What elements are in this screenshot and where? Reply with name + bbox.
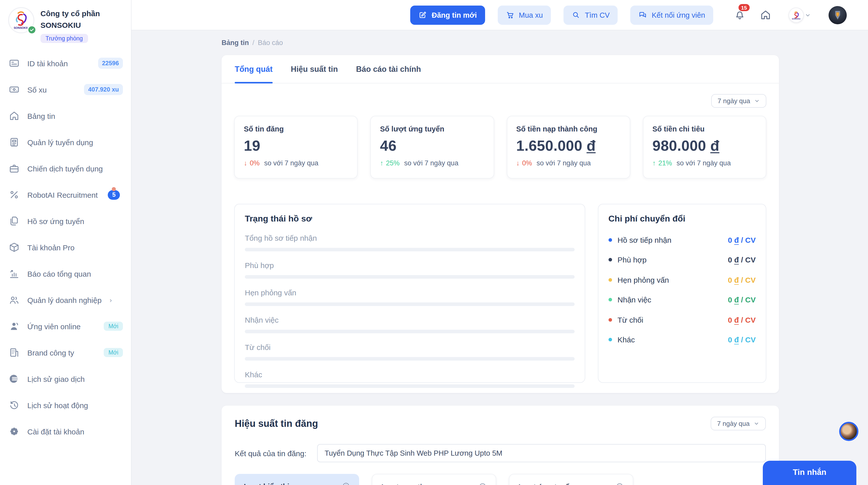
verified-check-icon bbox=[27, 25, 36, 34]
delta-percent: 0% bbox=[522, 159, 532, 167]
delta-percent: 25% bbox=[386, 159, 400, 167]
sidebar-item-ho-so-ung-tuyen[interactable]: Hồ sơ ứng tuyển bbox=[8, 208, 123, 234]
cost-row: Nhận việc 0 đ / CV bbox=[609, 295, 756, 304]
performance-title: Hiệu suất tin đăng bbox=[235, 418, 318, 429]
panel-title: Chi phí chuyển đổi bbox=[609, 214, 756, 224]
stat-card-so-tien-chi-tieu: Số tiền chi tiêu 980.000 đ ↑ 21% so với … bbox=[643, 116, 767, 179]
cost-value: 0 đ / CV bbox=[728, 295, 756, 304]
sidebar-item-quan-ly-tuyen-dung[interactable]: Quản lý tuyển dụng bbox=[8, 129, 123, 155]
sidebar-item-bao-cao-tong-quan[interactable]: Báo cáo tổng quan bbox=[8, 260, 123, 287]
progress-bar bbox=[245, 302, 575, 306]
metric-card-luot-hien-thi[interactable]: Lượt hiển thị bbox=[235, 474, 359, 485]
post-new-job-button[interactable]: Đăng tin mới bbox=[410, 5, 485, 25]
sidebar-item-chien-dich-tuyen-dung[interactable]: Chiến dịch tuyển dụng bbox=[8, 155, 123, 182]
sidebar-item-cai-dat-tai-khoan[interactable]: Cài đặt tài khoản bbox=[8, 418, 123, 445]
stat-card-so-tien-nap: Số tiền nạp thành công 1.650.000 đ ↓ 0% … bbox=[506, 116, 630, 179]
profile-status-panel: Trạng thái hồ sơ Tổng hồ sơ tiếp nhận Ph… bbox=[234, 204, 585, 383]
role-badge: Trưởng phòng bbox=[40, 34, 88, 43]
notifications-button[interactable]: 15 bbox=[733, 8, 746, 22]
support-agent-avatar[interactable] bbox=[839, 422, 858, 441]
performance-period-select[interactable]: 7 ngày qua bbox=[710, 417, 766, 430]
coin-balance-badge: 407.920 xu bbox=[84, 84, 123, 95]
sidebar-item-so-xu[interactable]: Số xu 407.920 xu bbox=[8, 76, 123, 103]
activity-history-icon bbox=[8, 399, 20, 411]
metrics-row: Lượt hiển thị Lượt xem tin Lượt ứng tuyể… bbox=[235, 474, 766, 485]
status-dot bbox=[609, 258, 612, 261]
tab-tong-quat[interactable]: Tổng quát bbox=[235, 55, 273, 83]
building-icon bbox=[8, 347, 20, 359]
buy-coins-button[interactable]: Mua xu bbox=[497, 5, 551, 25]
sidebar-item-lich-su-giao-dich[interactable]: Lịch sử giao dịch bbox=[8, 366, 123, 392]
sidebar-item-lich-su-hoat-dong[interactable]: Lịch sử hoạt động bbox=[8, 392, 123, 418]
percent-icon bbox=[8, 189, 20, 201]
new-badge: Mới bbox=[104, 348, 123, 357]
cost-row: Khác 0 đ / CV bbox=[609, 335, 756, 344]
home-button[interactable] bbox=[759, 8, 772, 22]
messages-button[interactable]: Tin nhắn bbox=[763, 461, 856, 485]
tab-bao-cao-tai-chinh[interactable]: Báo cáo tài chính bbox=[356, 55, 421, 83]
arrow-up-icon: ↑ bbox=[380, 159, 384, 167]
chevron-down-icon bbox=[754, 421, 759, 426]
cost-value: 0 đ / CV bbox=[728, 235, 756, 244]
find-cv-button[interactable]: Tìm CV bbox=[563, 5, 618, 25]
info-icon[interactable] bbox=[616, 482, 624, 485]
status-row: Tổng hồ sơ tiếp nhận bbox=[245, 234, 575, 251]
conversion-cost-panel: Chi phí chuyển đổi Hồ sơ tiếp nhận 0 đ /… bbox=[598, 204, 766, 383]
sidebar-item-bang-tin[interactable]: Bảng tin bbox=[8, 103, 123, 129]
chevron-down-icon bbox=[754, 98, 760, 104]
breadcrumb: Bảng tin / Báo cáo bbox=[222, 37, 779, 47]
metric-card-luot-ung-tuyen[interactable]: Lượt ứng tuyển bbox=[509, 474, 633, 485]
notification-dot bbox=[112, 187, 116, 191]
status-row: Khác bbox=[245, 370, 575, 388]
sidebar-item-ung-vien-online[interactable]: Ứng viên online Mới bbox=[8, 313, 123, 340]
search-icon bbox=[571, 11, 580, 19]
briefcase-icon bbox=[8, 162, 20, 174]
bar-chart-icon bbox=[8, 267, 20, 280]
new-badge: Mới bbox=[104, 322, 123, 331]
delta-compare-text: so với 7 ngày qua bbox=[264, 159, 318, 167]
pencil-square-icon bbox=[418, 11, 427, 19]
rank-emblem-icon bbox=[832, 9, 843, 21]
overview-period-select[interactable]: 7 ngày qua bbox=[711, 94, 766, 108]
report-tabs: Tổng quát Hiệu suất tin Báo cáo tài chín… bbox=[222, 55, 779, 84]
sidebar-item-id-tai-khoan[interactable]: ID tài khoản 22596 bbox=[8, 50, 123, 76]
documents-icon bbox=[8, 215, 20, 227]
breadcrumb-parent[interactable]: Bảng tin bbox=[222, 39, 249, 46]
dong-currency: đ bbox=[710, 137, 719, 154]
delta-compare-text: so với 7 ngày qua bbox=[404, 159, 458, 167]
status-row: Nhận việc bbox=[245, 316, 575, 333]
sidebar-item-quan-ly-doanh-nghiep[interactable]: Quản lý doanh nghiệp › bbox=[8, 287, 123, 313]
progress-bar bbox=[245, 275, 575, 279]
progress-bar bbox=[245, 248, 575, 251]
user-rank-avatar[interactable] bbox=[829, 6, 847, 24]
metric-card-luot-xem-tin[interactable]: Lượt xem tin bbox=[372, 474, 496, 485]
gear-icon bbox=[8, 425, 20, 438]
account-id-badge: 22596 bbox=[98, 58, 123, 69]
sidebar-item-robotai-recruitment[interactable]: RobotAI Recruitment 5 bbox=[8, 182, 123, 208]
job-post-select[interactable] bbox=[317, 444, 766, 462]
sidebar-item-tai-khoan-pro[interactable]: Tài khoản Pro bbox=[8, 234, 123, 260]
arrow-up-icon: ↑ bbox=[653, 159, 656, 167]
overview-body: 7 ngày qua Số tin đăng 19 ↓ 0% so với 7 … bbox=[222, 84, 779, 393]
package-icon bbox=[8, 241, 20, 253]
clipboard-icon bbox=[8, 136, 20, 148]
sidebar: SONSOKIU Công ty cổ phần SONSOKIU Trưởng… bbox=[0, 0, 131, 485]
progress-bar bbox=[245, 357, 575, 361]
company-name-line2: SONSOKIU bbox=[40, 19, 100, 30]
progress-bar bbox=[245, 330, 575, 333]
info-icon[interactable] bbox=[342, 482, 350, 485]
cart-icon bbox=[505, 11, 514, 19]
account-switcher[interactable]: SONSOKIU bbox=[784, 7, 811, 23]
sidebar-item-brand-cong-ty[interactable]: Brand công ty Mới bbox=[8, 340, 123, 366]
overview-card: Tổng quát Hiệu suất tin Báo cáo tài chín… bbox=[222, 55, 779, 393]
cost-value: 0 đ / CV bbox=[728, 276, 756, 284]
connect-candidates-button[interactable]: Kết nối ứng viên bbox=[630, 5, 713, 25]
user-icon bbox=[8, 320, 20, 332]
status-dot bbox=[609, 338, 612, 342]
status-row: Phù hợp bbox=[245, 261, 575, 279]
info-icon[interactable] bbox=[478, 482, 487, 485]
chat-bubbles-icon bbox=[639, 11, 647, 19]
company-info: Công ty cổ phần SONSOKIU Trưởng phòng bbox=[40, 7, 100, 43]
cost-value: 0 đ / CV bbox=[728, 315, 756, 324]
tab-hieu-suat-tin[interactable]: Hiệu suất tin bbox=[291, 55, 338, 83]
